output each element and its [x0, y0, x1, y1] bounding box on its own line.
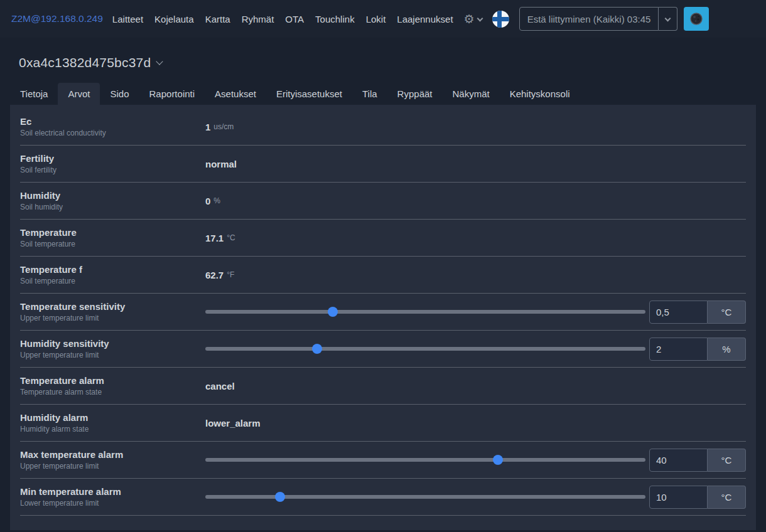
app-brand-link[interactable]: Z2M@192.168.0.249: [11, 13, 103, 24]
humidity-sensitivity-input[interactable]: [649, 338, 708, 361]
finnish-flag-icon[interactable]: [492, 11, 509, 28]
row-label: Temperature: [20, 227, 205, 238]
row-label: Humidity alarm: [20, 412, 205, 423]
device-tabs: Tietoja Arvot Sido Raportointi Asetukset…: [10, 83, 756, 105]
table-row: Humidity alarm Humidity alarm state lowe…: [20, 405, 746, 442]
table-row: Ec Soil electrical conductivity 1 us/cm: [20, 109, 746, 146]
table-row: Temperature f Soil temperature 62.7 °F: [20, 257, 746, 294]
permit-join-group: Estä liittyminen (Kaikki) 03:45: [519, 7, 678, 31]
min-temperature-alarm-input[interactable]: [649, 486, 708, 509]
table-row: Fertility Soil fertility normal: [20, 146, 746, 183]
nav-item-ota[interactable]: OTA: [279, 9, 310, 29]
tab-tila[interactable]: Tila: [352, 83, 387, 105]
exposes-panel: Ec Soil electrical conductivity 1 us/cm …: [10, 105, 756, 530]
row-label: Humidity sensitivity: [20, 338, 205, 349]
table-row: Temperature Soil temperature 17.1 °C: [20, 220, 746, 257]
table-row: Max temperature alarm Upper temperature …: [20, 442, 746, 479]
row-label: Temperature sensitivity: [20, 301, 205, 312]
tab-asetukset[interactable]: Asetukset: [205, 83, 266, 105]
humidity-sensitivity-slider[interactable]: [205, 343, 645, 354]
tab-nakymat[interactable]: Näkymät: [442, 83, 499, 105]
row-label: Temperature f: [20, 264, 205, 275]
nav-item-ryhmat[interactable]: Ryhmät: [236, 9, 280, 29]
tab-arvot[interactable]: Arvot: [58, 83, 100, 105]
row-value: 1: [205, 122, 210, 132]
row-description: Soil electrical conductivity: [20, 129, 205, 137]
tab-raportointi[interactable]: Raportointi: [139, 83, 205, 105]
device-title: 0xa4c1382d475bc37d: [19, 55, 151, 70]
temperature-sensitivity-input[interactable]: [649, 301, 708, 324]
gear-icon: ⚙: [464, 13, 475, 25]
nav-item-laajennukset[interactable]: Laajennukset: [391, 9, 458, 29]
row-unit: °F: [227, 270, 234, 279]
row-value: normal: [205, 159, 237, 169]
tab-tietoja[interactable]: Tietoja: [10, 83, 58, 105]
settings-dropdown[interactable]: ⚙: [464, 13, 482, 25]
table-row: Temperature alarm Temperature alarm stat…: [20, 368, 746, 405]
row-unit: %: [213, 196, 220, 205]
permit-join-button[interactable]: Estä liittyminen (Kaikki) 03:45: [519, 7, 659, 31]
row-description: Humidity alarm state: [20, 425, 205, 434]
max-temperature-alarm-slider[interactable]: [205, 454, 645, 466]
table-row: Temperature sensitivity Upper temperatur…: [20, 294, 746, 331]
permit-join-caret[interactable]: [659, 7, 677, 31]
nav-item-kartta[interactable]: Kartta: [200, 9, 236, 29]
max-temperature-alarm-input[interactable]: [649, 449, 708, 472]
min-temperature-alarm-slider[interactable]: [205, 491, 645, 503]
tab-ryppaat[interactable]: Ryppäät: [387, 83, 443, 105]
slider-thumb[interactable]: [275, 492, 285, 502]
row-description: Temperature alarm state: [20, 388, 205, 396]
row-value: 62.7: [205, 270, 224, 280]
row-unit: °C: [227, 233, 235, 242]
row-value: cancel: [205, 381, 235, 391]
row-label: Fertility: [20, 153, 205, 164]
slider-thumb[interactable]: [493, 455, 503, 465]
row-description: Upper temperature limit: [20, 351, 205, 359]
tab-sido[interactable]: Sido: [100, 83, 139, 105]
unit-addon: %: [708, 338, 746, 361]
row-value: 0: [205, 196, 210, 206]
row-description: Soil temperature: [20, 240, 205, 248]
nav-item-kojelauta[interactable]: Kojelauta: [149, 9, 200, 29]
moon-icon: [689, 11, 704, 26]
table-row: Humidity Soil humidity 0 %: [20, 183, 746, 220]
slider-thumb[interactable]: [328, 307, 338, 317]
unit-addon: °C: [708, 486, 746, 509]
row-description: Soil temperature: [20, 277, 205, 285]
row-label: Humidity: [20, 190, 205, 201]
row-label: Max temperature alarm: [20, 449, 205, 460]
row-description: Soil fertility: [20, 166, 205, 174]
row-value: 17.1: [205, 233, 224, 243]
chevron-down-icon: [477, 15, 483, 21]
row-description: Lower temperature limit: [20, 499, 205, 508]
navbar: Z2M@192.168.0.249 Laitteet Kojelauta Kar…: [0, 0, 766, 38]
nav-item-lokit[interactable]: Lokit: [360, 9, 392, 29]
tab-kehityskonsoli[interactable]: Kehityskonsoli: [500, 83, 580, 105]
unit-addon: °C: [708, 301, 746, 324]
temperature-sensitivity-slider[interactable]: [205, 306, 645, 317]
row-unit: us/cm: [213, 122, 234, 131]
row-description: Soil humidity: [20, 203, 205, 211]
device-title-chevron-icon[interactable]: [156, 58, 163, 65]
slider-thumb[interactable]: [312, 344, 322, 354]
row-label: Temperature alarm: [20, 375, 205, 386]
nav-item-laitteet[interactable]: Laitteet: [107, 9, 149, 29]
device-header: 0xa4c1382d475bc37d: [19, 55, 766, 70]
row-label: Ec: [20, 116, 205, 127]
row-value: lower_alarm: [205, 418, 261, 428]
nav-item-touchlink[interactable]: Touchlink: [310, 9, 360, 29]
unit-addon: °C: [708, 449, 746, 472]
chevron-down-icon: [665, 15, 671, 21]
table-row: Humidity sensitivity Upper temperature l…: [20, 331, 746, 368]
tab-erityisasetukset[interactable]: Erityisasetukset: [266, 83, 352, 105]
row-description: Upper temperature limit: [20, 314, 205, 322]
row-label: Min temperature alarm: [20, 486, 205, 497]
table-row: Min temperature alarm Lower temperature …: [20, 479, 746, 516]
theme-toggle-button[interactable]: [684, 7, 709, 31]
row-description: Upper temperature limit: [20, 462, 205, 471]
